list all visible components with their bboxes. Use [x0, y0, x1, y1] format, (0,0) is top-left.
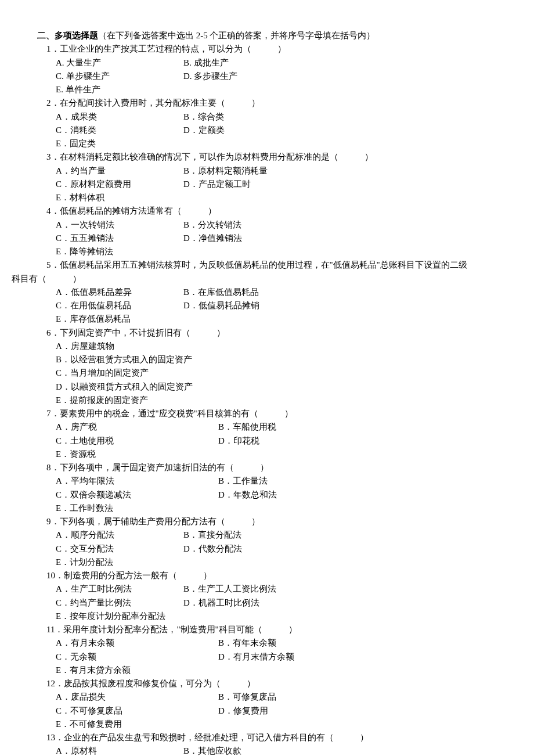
q1-opt-d: D. 多步骤生产 — [183, 70, 237, 83]
q11-opt-d: D．有月末借方余额 — [218, 650, 294, 664]
q10-opt-c: C．约当产量比例法 — [56, 596, 183, 610]
q3-opt-e: E．材料体积 — [56, 191, 104, 204]
q7-row3: E．资源税 — [56, 448, 522, 461]
q12-row2: C．不可修复废品 D．修复费用 — [56, 704, 522, 718]
q3-opt-c: C．原材料定额费用 — [56, 178, 183, 191]
q6-opt-b: B．以经营租赁方式租入的固定资产 — [56, 353, 522, 366]
q12-row1: A．废品损失 B．可修复废品 — [56, 690, 522, 704]
q5-row3: E．库存低值易耗品 — [56, 312, 522, 326]
q11-row2: C．无余额 D．有月末借方余额 — [56, 650, 522, 664]
q3-row2: C．原材料定额费用 D．产品定额工时 — [56, 178, 522, 191]
q12-opt-a: A．废品损失 — [56, 690, 218, 704]
q3-opt-b: B．原材料定额消耗量 — [183, 164, 268, 178]
q11-opt-b: B．有年末余额 — [218, 636, 276, 650]
section-heading: 二、多项选择题（在下列备选答案中选出 2-5 个正确的答案，并将序号字母填在括号… — [37, 29, 522, 42]
q9-opt-d: D．代数分配法 — [183, 542, 242, 556]
q10-row3: E．按年度计划分配率分配法 — [56, 610, 522, 623]
q8-opt-e: E．工作时数法 — [56, 502, 113, 515]
q12-opt-d: D．修复费用 — [218, 704, 268, 718]
q10-opt-a: A．生产工时比例法 — [56, 582, 183, 596]
q9-opt-b: B．直接分配法 — [183, 528, 241, 542]
q1-text: 1．工业企业的生产按其工艺过程的特点，可以分为（ ） — [46, 42, 522, 56]
q4-opt-c: C．五五摊销法 — [56, 232, 183, 245]
q3-opt-d: D．产品定额工时 — [183, 178, 251, 191]
q7-opt-e: E．资源税 — [56, 448, 96, 461]
q4-row3: E．降等摊销法 — [56, 245, 522, 258]
q9-opt-c: C．交互分配法 — [56, 542, 183, 556]
q11-opt-a: A．有月末余额 — [56, 636, 218, 650]
q7-opt-a: A．房产税 — [56, 420, 218, 434]
q12-opt-b: B．可修复废品 — [218, 690, 276, 704]
question-13: 13．企业的在产品发生盘亏和毁损时，经批准处理，可记入借方科目的有（ ） A．原… — [46, 731, 522, 756]
q10-opt-e: E．按年度计划分配率分配法 — [56, 610, 165, 623]
q12-opt-e: E．不可修复费用 — [56, 718, 122, 731]
q10-row2: C．约当产量比例法 D．机器工时比例法 — [56, 596, 522, 610]
question-2: 2．在分配间接计入费用时，其分配标准主要（ ） A．成果类 B．综合类 C．消耗… — [46, 96, 522, 150]
q9-row3: E．计划分配法 — [56, 556, 522, 569]
q1-opt-e: E. 单件生产 — [56, 83, 100, 96]
q6-opts: A．房屋建筑物 B．以经营租赁方式租入的固定资产 C．当月增加的固定资产 D．以… — [56, 340, 522, 407]
section-title-text: 二、多项选择题 — [37, 31, 98, 40]
q3-text: 3．在材料消耗定额比较准确的情况下，可以作为原材料费用分配标准的是（ ） — [46, 150, 522, 164]
question-5: 5．低值易耗品采用五五摊销法核算时，为反映低值易耗品的使用过程，在"低值易耗品"… — [46, 258, 522, 272]
q3-row1: A．约当产量 B．原材料定额消耗量 — [56, 164, 522, 178]
question-10: 10．制造费用的分配方法一般有（ ） A．生产工时比例法 B．生产工人工资比例法… — [46, 569, 522, 623]
q2-opt-b: B．综合类 — [183, 110, 224, 124]
q1-row2: C. 单步骤生产 D. 多步骤生产 — [56, 70, 522, 83]
q9-opt-a: A．顺序分配法 — [56, 528, 183, 542]
q2-row3: E．固定类 — [56, 137, 522, 150]
q5-opt-d: D．低值易耗品摊销 — [183, 299, 259, 312]
q9-row2: C．交互分配法 D．代数分配法 — [56, 542, 522, 556]
q7-row2: C．土地使用税 D．印花税 — [56, 434, 522, 448]
q5-row1: A．低值易耗品差异 B．在库低值易耗品 — [56, 286, 522, 299]
q8-opt-b: B．工作量法 — [218, 474, 268, 488]
q2-text: 2．在分配间接计入费用时，其分配标准主要（ ） — [46, 96, 522, 110]
q7-opt-c: C．土地使用税 — [56, 434, 218, 448]
question-4: 4．低值易耗品的摊销方法通常有（ ） A．一次转销法 B．分次转销法 C．五五摊… — [46, 204, 522, 258]
q1-row3: E. 单件生产 — [56, 83, 522, 96]
q11-row3: E．有月末贷方余额 — [56, 664, 522, 677]
question-1: 1．工业企业的生产按其工艺过程的特点，可以分为（ ） A. 大量生产 B. 成批… — [46, 42, 522, 96]
q7-row1: A．房产税 B．车船使用税 — [56, 420, 522, 434]
question-12: 12．废品按其报废程度和修复价值，可分为（ ） A．废品损失 B．可修复废品 C… — [46, 677, 522, 731]
q6-opt-a: A．房屋建筑物 — [56, 340, 522, 353]
q2-row2: C．消耗类 D．定额类 — [56, 124, 522, 137]
q7-opt-d: D．印花税 — [218, 434, 259, 448]
q10-opt-d: D．机器工时比例法 — [183, 596, 259, 610]
q5-row2: C．在用低值易耗品 D．低值易耗品摊销 — [56, 299, 522, 312]
q9-text: 9．下列各项，属于辅助生产费用分配方法有（ ） — [46, 515, 522, 528]
question-5-opts: A．低值易耗品差异 B．在库低值易耗品 C．在用低值易耗品 D．低值易耗品摊销 … — [46, 286, 522, 326]
q9-row1: A．顺序分配法 B．直接分配法 — [56, 528, 522, 542]
q2-opt-d: D．定额类 — [183, 124, 225, 137]
q2-opt-c: C．消耗类 — [56, 124, 183, 137]
q6-opt-e: E．提前报废的固定资产 — [56, 394, 522, 407]
q4-row1: A．一次转销法 B．分次转销法 — [56, 218, 522, 232]
question-9: 9．下列各项，属于辅助生产费用分配方法有（ ） A．顺序分配法 B．直接分配法 … — [46, 515, 522, 569]
q4-opt-b: B．分次转销法 — [183, 218, 241, 232]
question-3: 3．在材料消耗定额比较准确的情况下，可以作为原材料费用分配标准的是（ ） A．约… — [46, 150, 522, 204]
q11-opt-e: E．有月末贷方余额 — [56, 664, 131, 677]
q12-text: 12．废品按其报废程度和修复价值，可分为（ ） — [46, 677, 522, 690]
q4-text: 4．低值易耗品的摊销方法通常有（ ） — [46, 204, 522, 218]
q2-opt-e: E．固定类 — [56, 137, 96, 150]
q6-opt-c: C．当月增加的固定资产 — [56, 366, 522, 380]
q8-opt-a: A．平均年限法 — [56, 474, 218, 488]
q3-opt-a: A．约当产量 — [56, 164, 183, 178]
q8-opt-c: C．双倍余额递减法 — [56, 488, 218, 502]
q5-opt-c: C．在用低值易耗品 — [56, 299, 183, 312]
q13-row1: A．原材料 B．其他应收款 — [56, 744, 522, 756]
q5-opt-a: A．低值易耗品差异 — [56, 286, 183, 299]
q4-opt-e: E．降等摊销法 — [56, 245, 113, 258]
q6-text: 6．下列固定资产中，不计提折旧有（ ） — [46, 326, 522, 340]
q12-row3: E．不可修复费用 — [56, 718, 522, 731]
q2-opt-a: A．成果类 — [56, 110, 183, 124]
q5-opt-b: B．在库低值易耗品 — [183, 286, 259, 299]
q8-row3: E．工作时数法 — [56, 502, 522, 515]
q10-text: 10．制造费用的分配方法一般有（ ） — [46, 569, 522, 582]
q11-row1: A．有月末余额 B．有年末余额 — [56, 636, 522, 650]
question-7: 7．要素费用中的税金，通过"应交税费"科目核算的有（ ） A．房产税 B．车船使… — [46, 407, 522, 461]
q8-row1: A．平均年限法 B．工作量法 — [56, 474, 522, 488]
q2-row1: A．成果类 B．综合类 — [56, 110, 522, 124]
q9-opt-e: E．计划分配法 — [56, 556, 113, 569]
q13-opt-a: A．原材料 — [56, 744, 183, 756]
